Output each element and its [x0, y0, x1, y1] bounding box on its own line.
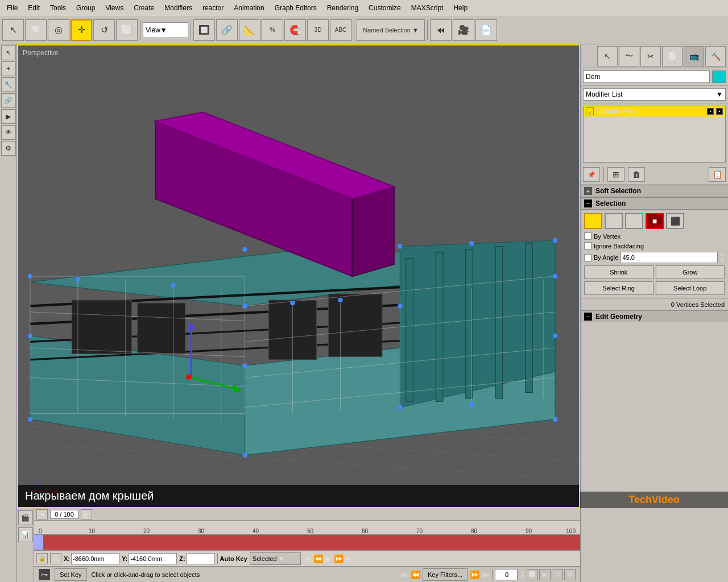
timeline-track[interactable]	[34, 535, 580, 550]
angle-spinner[interactable]: ▲ ▼	[720, 252, 725, 263]
sel-toggle[interactable]: −	[584, 199, 592, 207]
object-name-input[interactable]	[583, 70, 710, 83]
menu-modifiers[interactable]: Modifiers	[160, 3, 197, 13]
modifier-editable-poly[interactable]: 💡 Editable Poly • •	[584, 106, 725, 117]
left-motion[interactable]: ▶	[1, 109, 16, 124]
menu-help[interactable]: Help	[449, 3, 472, 13]
modifier-opts[interactable]: •	[716, 108, 723, 115]
edit-geometry-header[interactable]: − Edit Geometry	[581, 310, 728, 322]
menu-graph-editors[interactable]: Graph Editors	[270, 3, 321, 13]
selection-header[interactable]: − Selection	[581, 197, 728, 210]
kf-prev-btn[interactable]: ⏮	[400, 570, 408, 579]
menu-reactor[interactable]: reactor	[198, 3, 228, 13]
grow-btn[interactable]: Grow	[656, 265, 725, 279]
bottom-icon-2[interactable]: 📊	[18, 527, 33, 542]
timeline-forward[interactable]: ▶	[81, 509, 92, 519]
toolbar-view-dropdown[interactable]: View ▼	[143, 22, 188, 38]
prev-key-btn[interactable]: ⏪	[313, 554, 323, 563]
by-angle-checkbox[interactable]	[584, 254, 592, 261]
menu-group[interactable]: Group	[72, 3, 100, 13]
menu-edit[interactable]: Edit	[23, 3, 44, 13]
next-frame-btn[interactable]: ⏭	[346, 554, 354, 563]
toolbar-select[interactable]: ↖	[2, 19, 24, 41]
toolbar-3d[interactable]: 3D	[307, 19, 329, 41]
toolbar-move[interactable]: ✛	[71, 19, 92, 41]
menu-create[interactable]: Create	[129, 3, 159, 13]
subobj-edge[interactable]: △	[605, 213, 623, 229]
main-viewport[interactable]: Perspective	[17, 44, 580, 508]
bottom-icon-1[interactable]: 🎬	[18, 510, 33, 525]
rp-display-icon[interactable]: 📺	[684, 46, 704, 66]
by-vertex-checkbox[interactable]	[584, 232, 592, 240]
toolbar-circle-select[interactable]: ◎	[48, 19, 69, 41]
frame-input[interactable]	[495, 569, 518, 580]
set-key-btn[interactable]: Set Key	[55, 568, 87, 581]
menu-animation[interactable]: Animation	[229, 3, 268, 13]
left-modify[interactable]: 🔧	[1, 77, 16, 92]
rp-hammer-icon[interactable]: 🔨	[705, 46, 726, 66]
toolbar-magnet[interactable]: 🧲	[284, 19, 306, 41]
toolbar-abc[interactable]: ABC	[330, 19, 351, 41]
selected-dropdown[interactable]: Selected ▼	[250, 552, 301, 565]
left-select[interactable]: ↖	[1, 45, 16, 60]
rp-curve-icon[interactable]: 〜	[619, 46, 639, 66]
prev-frame-btn[interactable]: ⏮	[303, 554, 311, 563]
key-filters-btn[interactable]: Key Filters...	[423, 568, 468, 581]
timeline-back[interactable]: ◀	[36, 509, 48, 519]
next-key-btn[interactable]: ⏩	[334, 554, 344, 563]
toolbar-layers[interactable]: 📄	[475, 19, 497, 41]
toolbar-render[interactable]: 🎥	[453, 19, 474, 41]
toolbar-snap[interactable]: ⏮	[430, 19, 452, 41]
rp-sphere-icon[interactable]: ⚪	[662, 46, 682, 66]
left-utils[interactable]: ⚙	[1, 141, 16, 156]
extra-btn-1[interactable]: ⬜	[527, 569, 538, 580]
lock-icon[interactable]: 🔒	[36, 553, 48, 564]
coord-y-input[interactable]	[129, 553, 177, 564]
make-unique-icon[interactable]: ⊞	[607, 167, 624, 182]
edit-geo-toggle[interactable]: −	[584, 313, 592, 321]
extra-btn-3[interactable]: ↺	[552, 569, 563, 580]
coord-z-input[interactable]	[187, 553, 215, 564]
toolbar-link[interactable]: 🔗	[216, 19, 238, 41]
modifier-list-dropdown[interactable]: Modifier List ▼	[583, 88, 726, 101]
remove-modifier-icon[interactable]: 🗑	[628, 167, 645, 182]
menu-rendering[interactable]: Rendering	[322, 3, 363, 13]
pin-stack-icon[interactable]: 📌	[583, 167, 600, 182]
kf-prev2-btn[interactable]: ⏪	[411, 570, 420, 579]
menu-maxscript[interactable]: MAXScript	[407, 3, 448, 13]
soft-sel-toggle[interactable]: +	[584, 187, 592, 195]
kf-next-btn[interactable]: ⏩	[470, 570, 479, 579]
object-color-swatch[interactable]	[712, 70, 726, 83]
toolbar-align[interactable]: 📐	[239, 19, 260, 41]
toolbar-rect-select[interactable]: ⬜	[25, 19, 47, 41]
play-btn[interactable]: ▶	[325, 554, 332, 563]
frame-spinner[interactable]: ▲ ▼	[520, 570, 524, 579]
toolbar-named-sel-dropdown[interactable]: Named Selection ▼	[357, 19, 425, 41]
coord-type-icon[interactable]: ⊕	[50, 553, 61, 564]
configure-icon[interactable]: 📋	[709, 167, 726, 182]
kf-next2-btn[interactable]: ⏭	[482, 570, 490, 579]
toolbar-percent[interactable]: %	[262, 19, 283, 41]
toolbar-material[interactable]: 🔲	[193, 19, 215, 41]
menu-tools[interactable]: Tools	[46, 3, 71, 13]
shrink-btn[interactable]: Shrink	[584, 265, 653, 279]
left-create[interactable]: +	[1, 61, 16, 76]
soft-selection-header[interactable]: + Soft Selection	[581, 185, 728, 197]
select-loop-btn[interactable]: Select Loop	[656, 281, 725, 295]
toolbar-mirror[interactable]: ⬜	[116, 19, 138, 41]
modifier-expand[interactable]: •	[707, 108, 714, 115]
left-display[interactable]: 👁	[1, 125, 16, 140]
ignore-backfacing-checkbox[interactable]: ✓	[584, 242, 592, 250]
coord-x-input[interactable]	[71, 553, 119, 564]
rp-select-icon[interactable]: ↖	[597, 46, 618, 66]
angle-input[interactable]	[621, 252, 718, 263]
subobj-poly[interactable]: ■	[646, 213, 664, 229]
subobj-vertex[interactable]: ·	[584, 213, 602, 229]
toolbar-undo[interactable]: ↺	[93, 19, 115, 41]
extra-btn-4[interactable]: ⚙	[564, 569, 576, 580]
select-ring-btn[interactable]: Select Ring	[584, 281, 653, 295]
left-hierarchy[interactable]: 🔗	[1, 93, 16, 108]
subobj-element[interactable]: ⬛	[666, 213, 684, 229]
menu-views[interactable]: Views	[101, 3, 128, 13]
subobj-border[interactable]: ◯	[625, 213, 643, 229]
